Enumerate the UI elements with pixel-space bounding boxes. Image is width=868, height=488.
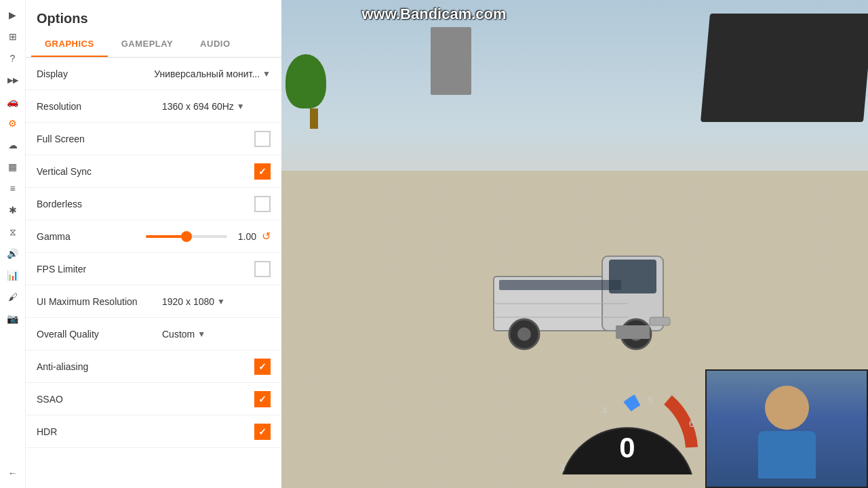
sidebar-icon-sliders[interactable]: ≡ bbox=[3, 179, 22, 198]
setting-ui-res: UI Maximum Resolution 1920 x 1080 ▼ bbox=[26, 285, 281, 318]
setting-vsync-label: Vertical Sync bbox=[37, 166, 254, 177]
setting-resolution-label: Resolution bbox=[37, 101, 162, 112]
ssao-checkbox[interactable] bbox=[254, 391, 271, 407]
tabs-row: GRAPHICS GAMEPLAY AUDIO bbox=[26, 32, 281, 58]
quality-arrow: ▼ bbox=[197, 329, 205, 339]
setting-borderless-control bbox=[254, 196, 271, 212]
setting-resolution: Resolution 1360 x 694 60Hz ▼ bbox=[26, 90, 281, 123]
bg-structure-2 bbox=[431, 27, 471, 95]
gamma-reset-button[interactable]: ↺ bbox=[262, 230, 271, 243]
setting-gamma: Gamma 1.00 ↺ bbox=[26, 220, 281, 253]
tab-audio[interactable]: AUDIO bbox=[186, 32, 243, 57]
setting-borderless-label: Borderless bbox=[37, 199, 254, 209]
setting-resolution-control: 1360 x 694 60Hz ▼ bbox=[162, 101, 271, 112]
svg-text:5: 5 bbox=[648, 395, 653, 406]
gamma-slider-track[interactable] bbox=[146, 235, 227, 238]
truck-svg bbox=[467, 216, 684, 351]
person-figure bbox=[758, 386, 816, 479]
quality-dropdown[interactable]: Custom ▼ bbox=[162, 329, 271, 340]
tree-leaves bbox=[285, 54, 326, 108]
setting-ssao-control bbox=[254, 391, 271, 407]
resolution-arrow: ▼ bbox=[237, 102, 245, 111]
options-panel: Options GRAPHICS GAMEPLAY AUDIO Display … bbox=[26, 0, 281, 488]
sidebar-icon-help[interactable]: ? bbox=[3, 49, 22, 68]
setting-vsync: Vertical Sync bbox=[26, 155, 281, 188]
sidebar-icon-filter[interactable]: ⧖ bbox=[3, 222, 22, 241]
bg-structure-1 bbox=[701, 14, 868, 122]
svg-text:6: 6 bbox=[689, 418, 694, 429]
game-viewport: 3 4 5 6 0 bbox=[281, 0, 868, 488]
sidebar-icon-asterisk[interactable]: ✱ bbox=[3, 201, 22, 220]
tree-object bbox=[302, 54, 326, 129]
svg-rect-9 bbox=[616, 325, 650, 339]
sidebar: ▶ ⊞ ? ▶▶ 🚗 ⚙ ☁ ▦ ≡ ✱ ⧖ 🔊 📊 🖌 📷 ← bbox=[0, 0, 26, 488]
left-panel: ▶ ⊞ ? ▶▶ 🚗 ⚙ ☁ ▦ ≡ ✱ ⧖ 🔊 📊 🖌 📷 ← Options… bbox=[0, 0, 281, 488]
svg-rect-3 bbox=[499, 280, 621, 290]
sidebar-icon-car[interactable]: 🚗 bbox=[3, 92, 22, 111]
person-body bbox=[758, 431, 816, 479]
setting-fullscreen-label: Full Screen bbox=[37, 134, 254, 144]
setting-display-control: Универсальный монит... ▼ bbox=[154, 68, 271, 79]
sidebar-icon-layers[interactable]: ⊞ bbox=[3, 27, 22, 46]
webcam-overlay bbox=[705, 369, 868, 488]
sidebar-icon-chart[interactable]: 📊 bbox=[3, 266, 22, 285]
sidebar-icon-settings[interactable]: ⚙ bbox=[3, 114, 22, 133]
setting-hdr-control bbox=[254, 424, 271, 440]
gamma-slider-thumb[interactable] bbox=[181, 231, 192, 242]
setting-borderless: Borderless bbox=[26, 188, 281, 220]
sidebar-icon-cloud[interactable]: ☁ bbox=[3, 136, 22, 155]
setting-gamma-control: 1.00 ↺ bbox=[146, 230, 271, 243]
setting-quality-control: Custom ▼ bbox=[162, 329, 271, 340]
gamma-slider-fill bbox=[146, 235, 182, 238]
ui-res-dropdown[interactable]: 1920 x 1080 ▼ bbox=[162, 296, 271, 307]
fullscreen-checkbox[interactable] bbox=[254, 131, 271, 147]
resolution-value: 1360 x 694 60Hz bbox=[162, 101, 234, 112]
display-dropdown[interactable]: Универсальный монит... ▼ bbox=[154, 68, 271, 79]
sidebar-icon-play[interactable]: ▶ bbox=[3, 5, 22, 24]
vsync-checkbox[interactable] bbox=[254, 163, 271, 180]
setting-quality-label: Overall Quality bbox=[37, 329, 162, 340]
settings-list: Display Универсальный монит... ▼ Resolut… bbox=[26, 58, 281, 488]
setting-antialiasing: Anti-aliasing bbox=[26, 350, 281, 383]
fps-checkbox[interactable] bbox=[254, 261, 271, 277]
sidebar-icon-paint[interactable]: 🖌 bbox=[3, 287, 22, 306]
person-head bbox=[765, 386, 809, 430]
sidebar-icon-volume[interactable]: 🔊 bbox=[3, 244, 22, 263]
tab-graphics[interactable]: GRAPHICS bbox=[31, 32, 108, 57]
ui-res-value: 1920 x 1080 bbox=[162, 296, 214, 307]
resolution-dropdown[interactable]: 1360 x 694 60Hz ▼ bbox=[162, 101, 271, 112]
panel-title: Options bbox=[26, 0, 281, 32]
quality-value: Custom bbox=[162, 329, 195, 340]
hdr-checkbox[interactable] bbox=[254, 424, 271, 440]
gamma-value: 1.00 bbox=[233, 231, 256, 242]
setting-gamma-label: Gamma bbox=[37, 231, 146, 242]
setting-ui-res-label: UI Maximum Resolution bbox=[37, 296, 162, 307]
ui-res-arrow: ▼ bbox=[217, 297, 225, 306]
display-arrow: ▼ bbox=[262, 69, 271, 79]
setting-display: Display Универсальный монит... ▼ bbox=[26, 58, 281, 90]
setting-fullscreen-control bbox=[254, 131, 271, 147]
svg-text:4: 4 bbox=[602, 405, 608, 415]
aa-checkbox[interactable] bbox=[254, 359, 271, 375]
setting-vsync-control bbox=[254, 163, 271, 180]
setting-ssao: SSAO bbox=[26, 383, 281, 415]
speedometer-svg: 3 4 5 6 0 bbox=[549, 346, 705, 488]
sidebar-icon-video[interactable]: ▶▶ bbox=[3, 70, 22, 89]
borderless-checkbox[interactable] bbox=[254, 196, 271, 212]
tree-trunk bbox=[310, 108, 318, 129]
svg-rect-8 bbox=[650, 317, 670, 325]
sidebar-icon-back[interactable]: ← bbox=[3, 464, 22, 483]
setting-ssao-label: SSAO bbox=[37, 394, 254, 405]
setting-hdr-label: HDR bbox=[37, 426, 254, 437]
tab-gameplay[interactable]: GAMEPLAY bbox=[108, 32, 186, 57]
setting-ui-res-control: 1920 x 1080 ▼ bbox=[162, 296, 271, 307]
setting-fps-control bbox=[254, 261, 271, 277]
setting-fullscreen: Full Screen bbox=[26, 123, 281, 155]
sidebar-icon-camera[interactable]: 📷 bbox=[3, 309, 22, 328]
svg-text:0: 0 bbox=[619, 432, 635, 464]
svg-text:3: 3 bbox=[559, 462, 565, 473]
sidebar-icon-grid[interactable]: ▦ bbox=[3, 157, 22, 176]
speedometer: 3 4 5 6 0 bbox=[549, 346, 705, 488]
setting-fps-label: FPS Limiter bbox=[37, 264, 254, 274]
setting-hdr: HDR bbox=[26, 415, 281, 448]
